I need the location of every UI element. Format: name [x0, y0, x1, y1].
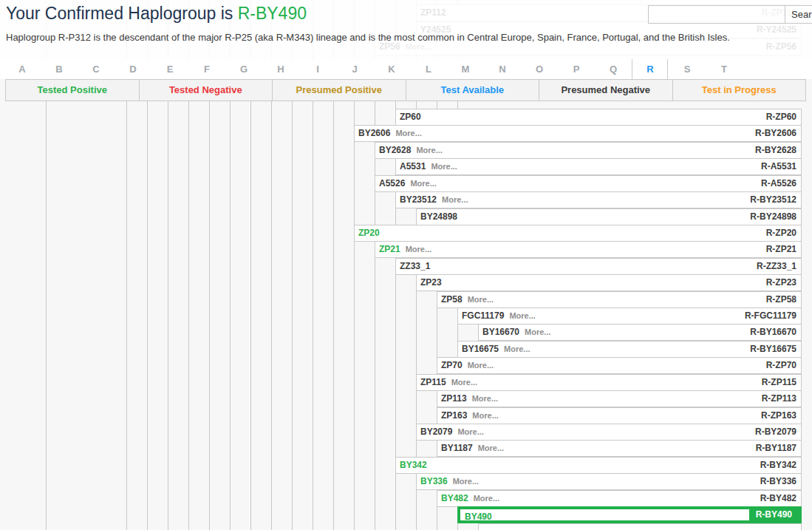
- tab-letter-r[interactable]: R: [634, 59, 666, 79]
- more-link[interactable]: More...: [410, 176, 436, 191]
- more-link[interactable]: More...: [509, 308, 535, 324]
- haplogroup-code: R-BY482: [760, 491, 796, 506]
- tree-row[interactable]: ZP58More...R-ZP58: [437, 291, 802, 308]
- tree-row[interactable]: ZP115More...R-ZP115: [416, 374, 802, 391]
- tab-letter-q[interactable]: Q: [597, 59, 630, 79]
- legend-item: Tested Positive: [6, 80, 139, 101]
- tree-row[interactable]: BY24898R-BY24898: [416, 208, 802, 225]
- haplogroup-label: ZP58: [441, 292, 463, 308]
- more-link[interactable]: More...: [472, 408, 498, 424]
- tree-row[interactable]: ZP20R-ZP20: [354, 225, 802, 242]
- more-link[interactable]: More...: [453, 474, 479, 489]
- search-button[interactable]: Search: [785, 5, 812, 24]
- more-link[interactable]: More...: [431, 159, 457, 174]
- more-link[interactable]: More...: [468, 358, 494, 373]
- tree-row[interactable]: ZP163More...R-ZP163: [437, 407, 802, 424]
- tree-row[interactable]: BY23512More...R-BY23512: [395, 191, 802, 208]
- haplogroup-label: BY16675: [462, 342, 499, 357]
- tree-row[interactable]: BY2079More...R-BY2079: [416, 424, 802, 441]
- more-link[interactable]: More...: [395, 126, 421, 141]
- more-link[interactable]: More...: [451, 375, 477, 390]
- more-link[interactable]: More...: [457, 424, 483, 440]
- tree-row[interactable]: A5531More...R-A5531: [395, 158, 802, 175]
- tree-row[interactable]: BY1187More...R-BY1187: [437, 440, 802, 457]
- tab-letter-e[interactable]: E: [154, 59, 186, 79]
- haplogroup-label: BY2628: [379, 143, 411, 158]
- haplogroup-label: BY2079: [420, 424, 452, 440]
- haplogroup-code: R-A5531: [761, 159, 796, 174]
- haplogroup-code: R-ZZ33_1: [757, 259, 796, 274]
- haplogroup-label: A5531: [400, 159, 426, 174]
- more-link[interactable]: More...: [442, 192, 468, 208]
- confirmed-haplogroup-badge: R-BY490: [749, 509, 799, 520]
- more-link[interactable]: More...: [468, 292, 494, 308]
- tree-row[interactable]: ZP21More...R-ZP21: [375, 241, 802, 258]
- tab-letter-k[interactable]: K: [375, 59, 408, 79]
- legend-item: Test Available: [406, 80, 539, 101]
- tree-row[interactable]: ZP113More...R-ZP113: [437, 390, 802, 407]
- tree-row[interactable]: BY16675More...R-BY16675: [457, 341, 802, 358]
- haplogroup-code: R-BY342: [760, 458, 796, 473]
- tab-letter-m[interactable]: M: [449, 59, 482, 79]
- haplogroup-label: BY24898: [420, 209, 457, 225]
- haplogroup-label: BY16670: [482, 325, 519, 340]
- tab-letter-l[interactable]: L: [412, 59, 445, 79]
- haplogroup-label: ZP21: [379, 242, 400, 257]
- tree-row[interactable]: FGC11179More...R-FGC11179: [457, 308, 802, 325]
- haplogroup-code: R-ZP115: [762, 375, 796, 390]
- haplogroup-code: R-ZP70: [766, 358, 796, 373]
- tree-row[interactable]: ZZ33_1R-ZZ33_1: [395, 258, 802, 275]
- tab-letter-a[interactable]: A: [6, 59, 38, 79]
- tab-letter-t[interactable]: T: [708, 59, 740, 79]
- haplogroup-code: R-BY2628: [755, 143, 796, 158]
- tab-letter-p[interactable]: P: [560, 59, 593, 79]
- tree-row[interactable]: BY482More...R-BY482: [437, 490, 802, 507]
- tree-row[interactable]: BY16670More...R-BY16670: [478, 324, 802, 341]
- tab-letter-g[interactable]: G: [228, 59, 260, 79]
- haplogroup-code: R-ZP163: [761, 408, 796, 424]
- tab-letter-h[interactable]: H: [265, 59, 297, 79]
- haplogroup-label: ZP163: [441, 408, 467, 424]
- haplogroup-code: R-BY2079: [755, 424, 796, 440]
- tree-row[interactable]: ZP70More...R-ZP70: [437, 357, 802, 374]
- tree-row[interactable]: [478, 523, 802, 530]
- haplogroup-label: BY336: [420, 474, 448, 489]
- tab-letter-o[interactable]: O: [523, 59, 556, 79]
- search-input[interactable]: [648, 5, 785, 24]
- tab-letter-i[interactable]: I: [301, 59, 334, 79]
- haplogroup-code: R-BY24898: [750, 209, 796, 225]
- tab-letter-b[interactable]: B: [43, 59, 75, 79]
- more-link[interactable]: More...: [416, 143, 442, 158]
- tree-row[interactable]: ZP60R-ZP60: [395, 109, 802, 126]
- more-link[interactable]: More...: [474, 491, 499, 506]
- haplogroup-label: BY482: [441, 491, 468, 506]
- legend-item: Presumed Positive: [272, 80, 406, 101]
- tab-letter-s[interactable]: S: [671, 59, 703, 79]
- title-prefix: Your Confirmed Haplogroup is: [6, 4, 238, 23]
- tree-row[interactable]: BY336More...R-BY336: [416, 473, 802, 490]
- tree-row[interactable]: BY2628More...R-BY2628: [375, 142, 802, 159]
- more-link[interactable]: More...: [525, 325, 550, 340]
- more-link[interactable]: More...: [406, 242, 431, 257]
- more-link[interactable]: More...: [478, 441, 504, 456]
- more-link[interactable]: More...: [504, 342, 530, 357]
- tree-row[interactable]: A5526More...R-A5526: [375, 175, 802, 192]
- letter-tabs: ABCDEFGHIJKLMNOPQRST: [0, 59, 812, 79]
- more-link[interactable]: More...: [472, 391, 498, 407]
- tree-row[interactable]: BY2606More...R-BY2606: [354, 125, 802, 142]
- tree-row[interactable]: BY342R-BY342: [395, 457, 802, 474]
- legend-item: Tested Negative: [139, 80, 273, 101]
- haplogroup-code: R-BY16675: [750, 342, 796, 357]
- haplogroup-label: ZP115: [420, 375, 446, 390]
- tab-letter-c[interactable]: C: [80, 59, 112, 79]
- tab-letter-n[interactable]: N: [486, 59, 519, 79]
- haplogroup-code: R-ZP21: [766, 242, 796, 257]
- tree-row[interactable]: BY490R-BY490: [457, 506, 802, 523]
- tab-letter-d[interactable]: D: [117, 59, 149, 79]
- haplogroup-code: R-ZP113: [762, 391, 796, 407]
- tree-row[interactable]: ZP23R-ZP23: [416, 274, 802, 291]
- tab-letter-j[interactable]: J: [338, 59, 371, 79]
- haplogroup-label: ZP20: [358, 225, 380, 241]
- haplogroup-label: ZP60: [400, 109, 421, 125]
- tab-letter-f[interactable]: F: [191, 59, 223, 79]
